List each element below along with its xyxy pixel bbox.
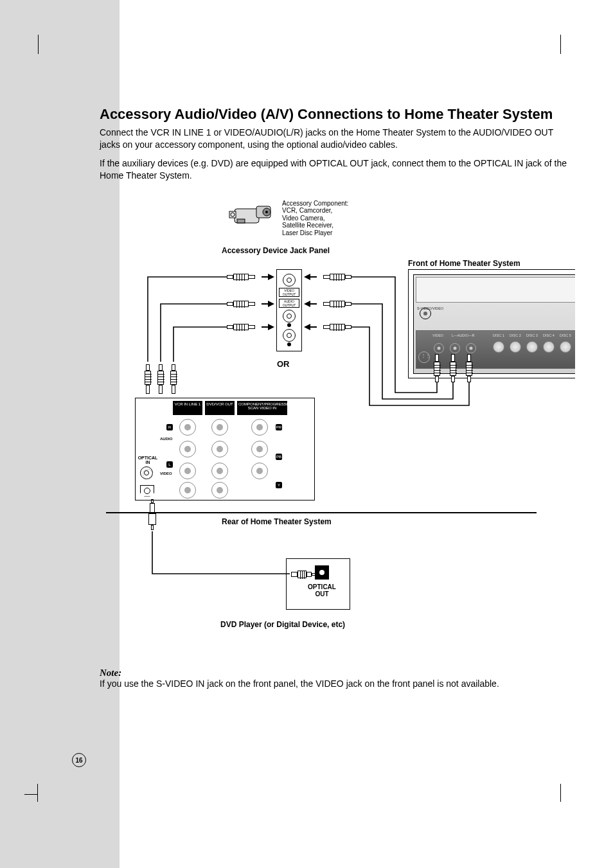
l-mark: L <box>166 461 173 468</box>
audio-output-label: AUDIO OUTPUT <box>279 299 299 308</box>
rca-jack-icon <box>179 463 196 479</box>
rca-plug-vertical-icon <box>433 354 441 384</box>
front-video-jack-icon <box>434 343 444 353</box>
rca-plug-vertical-icon <box>449 354 457 384</box>
optical-out-jack-icon <box>315 565 329 580</box>
rca-jack-icon <box>179 419 196 436</box>
front-audio-lr-label: L—AUDIO—R <box>452 333 474 337</box>
disc-icon <box>560 341 571 353</box>
accessory-jack-panel: VIDEO OUTPUT AUDIO OUTPUT <box>276 269 302 351</box>
connection-diagram: Accessory Component: VCR, Camcorder, Vid… <box>100 200 575 650</box>
rca-jack-icon <box>211 482 228 499</box>
disc-icon <box>493 341 504 353</box>
note-heading: Note: <box>100 668 575 678</box>
svideo-video-label: S-VIDEO/VIDEO <box>417 306 443 310</box>
rear-col2-label: DVD/VCR OUT <box>205 401 235 415</box>
rca-plug-vertical-icon <box>144 362 152 394</box>
front-audio-l-jack-icon <box>450 343 460 353</box>
rear-system-label: Rear of Home Theater System <box>222 517 332 526</box>
disc3-label: DISC 3 <box>526 333 538 337</box>
svg-rect-6 <box>237 219 245 223</box>
rear-col3-label: COMPONENT/PROGRESSIVE SCAN VIDEO IN <box>237 401 287 415</box>
y-mark: Y <box>276 482 282 488</box>
rca-jack-icon <box>251 463 268 479</box>
video-output-jack-icon <box>283 274 296 287</box>
video-output-label: VIDEO OUTPUT <box>279 288 299 297</box>
front-audio-r-jack-icon <box>466 343 476 353</box>
toslink-jack-icon <box>140 485 154 497</box>
svg-point-3 <box>265 211 268 213</box>
rca-plug-vertical-icon <box>465 354 473 384</box>
dvd-player-label: DVD Player (or Digital Device, etc) <box>220 620 345 629</box>
audio-r-jack-icon <box>283 310 296 323</box>
page: Accessory Audio/Video (A/V) Connections … <box>0 0 613 868</box>
section-title: Accessory Audio/Video (A/V) Connections … <box>100 106 575 123</box>
rca-jack-icon <box>211 419 228 436</box>
note-section: Note: If you use the S-VIDEO IN jack on … <box>100 668 575 689</box>
rca-jack-icon <box>179 482 196 499</box>
r-dot-icon <box>287 323 291 327</box>
crop-mark-top-right <box>560 35 561 54</box>
crop-mark-bottom-right <box>560 784 561 802</box>
intro-paragraph-2: If the auxiliary devices (e.g. DVD) are … <box>100 157 575 182</box>
optical-plug-vertical-icon <box>148 499 156 531</box>
diagram-divider <box>106 512 537 513</box>
video-text: VIDEO <box>160 472 172 475</box>
rca-plug-icon <box>315 299 351 308</box>
rca-jack-icon <box>251 419 268 436</box>
rca-plug-vertical-icon <box>157 362 164 394</box>
front-video-label: VIDEO <box>432 333 443 337</box>
camcorder-icon <box>228 200 273 228</box>
rear-col1-label: VCR IN LINE 1 <box>173 401 202 415</box>
rca-jack-icon <box>179 441 196 457</box>
audio-l-jack-icon <box>283 329 296 342</box>
disc2-label: DISC 2 <box>510 333 521 337</box>
rca-plug-vertical-icon <box>170 362 177 394</box>
disc1-label: DISC 1 <box>493 333 504 337</box>
rca-jack-icon <box>211 441 228 457</box>
rca-jack-icon <box>251 441 268 457</box>
arrow-right-icon <box>262 274 274 280</box>
rca-plug-icon <box>315 323 351 332</box>
rca-plug-icon <box>227 272 263 281</box>
arrow-left-icon <box>304 274 317 280</box>
front-system-label: Front of Home Theater System <box>408 259 520 268</box>
crop-mark-bottom-left-h <box>24 794 37 795</box>
svideo-jack-icon <box>418 351 430 363</box>
rca-plug-icon <box>227 299 263 308</box>
or-label: OR <box>277 359 290 369</box>
disc-icon <box>526 341 538 353</box>
intro-paragraph-1: Connect the VCR IN LINE 1 or VIDEO/AUDIO… <box>100 127 575 151</box>
optical-in-jack-icon <box>140 466 153 479</box>
content-column: Accessory Audio/Video (A/V) Connections … <box>100 106 575 689</box>
disc-icon <box>543 341 555 353</box>
rca-plug-icon <box>315 272 351 281</box>
l-dot-icon <box>287 342 291 346</box>
rca-jack-icon <box>211 463 228 479</box>
arrow-left-icon <box>304 301 317 307</box>
pr-mark: PR <box>276 424 282 430</box>
disc4-label: DISC 4 <box>543 333 555 337</box>
arrow-left-icon <box>304 324 317 330</box>
note-body: If you use the S-VIDEO IN jack on the fr… <box>100 678 575 689</box>
crop-mark-bottom-left-v <box>37 784 38 802</box>
rear-panel: VCR IN LINE 1 DVD/VCR OUT COMPONENT/PROG… <box>135 398 315 500</box>
disc-icon <box>510 341 521 353</box>
arrow-right-icon <box>262 324 274 330</box>
r-mark: R <box>166 424 173 430</box>
rca-plug-icon <box>227 323 263 332</box>
optical-out-label: OPTICAL OUT <box>306 583 338 598</box>
dvd-optical-box: OPTICAL OUT <box>286 558 350 610</box>
disc5-label: DISC 5 <box>560 333 571 337</box>
pb-mark: PB <box>276 454 282 460</box>
arrow-right-icon <box>262 301 274 307</box>
crop-mark-top-left <box>31 35 39 54</box>
accessory-component-block: Accessory Component: VCR, Camcorder, Vid… <box>228 200 421 228</box>
optical-in-label: OPTICAL IN <box>137 456 159 465</box>
audio-text: AUDIO <box>160 437 172 441</box>
page-number: 16 <box>72 753 86 767</box>
accessory-component-text: Accessory Component: VCR, Camcorder, Vid… <box>282 200 385 237</box>
accessory-panel-label: Accessory Device Jack Panel <box>222 246 330 255</box>
